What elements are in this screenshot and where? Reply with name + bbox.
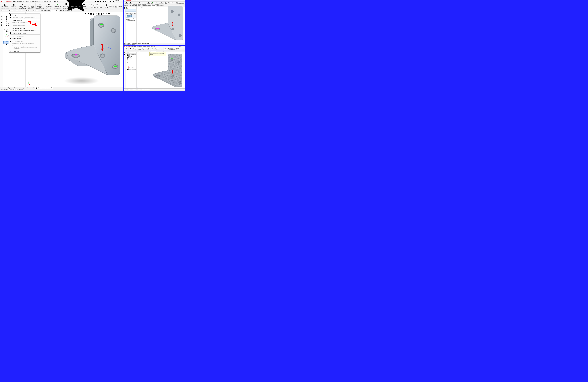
ribbon-external-loads-advisor[interactable]: Консультант по внешним нагрузкам <box>27 3 36 9</box>
options-icon[interactable] <box>113 0 114 2</box>
svg-line-73 <box>138 41 140 42</box>
tab-nav[interactable]: ⏮◀▶⏭ <box>0 87 7 89</box>
ctx-show-all-ctrl: Отобразить все обозначения элементов упр… <box>9 46 40 49</box>
tab-addins[interactable]: Добавления SOLIDWORKS <box>32 10 51 12</box>
ribbon-study-advisor[interactable]: Консультант исследования <box>0 3 9 9</box>
ribbon-report-col: Отчет ✓Включить изображение в отчет <box>105 3 123 9</box>
ribbon-results-advisor[interactable]: Консультант по результатам <box>62 3 71 9</box>
svg-point-80 <box>171 75 174 78</box>
mini-tree[interactable]: ▾Деталь1 (По умолчанию<<По умол History … <box>126 52 137 88</box>
pm-mesh-params: ☐ Параметры сетки <box>126 15 136 16</box>
bottom-tab-animation[interactable]: Анимация1 <box>26 87 35 89</box>
titlebar: VSSOLIDWORKS Файл Правка Вид Вставка Инс… <box>0 0 123 2</box>
menu-window[interactable]: Окно <box>49 0 52 2</box>
monitor-icon[interactable] <box>0 24 2 26</box>
menu-tools[interactable]: Инструменты <box>32 0 41 2</box>
mini-window-meshed: VSSOLIDWORKS ФайлПравкаВидВставкаИнструм… <box>124 46 185 91</box>
mesh-reset-button[interactable]: Сброс <box>126 14 136 15</box>
menu-insert[interactable]: Вставка <box>26 0 31 2</box>
mesh-context-menu[interactable]: Консультант... Упростить модель для созд… <box>9 14 40 53</box>
mesh-property-manager[interactable]: Сетка Плотность сетки ГрубоеВысокое Сбро… <box>126 6 137 43</box>
menu-simulation[interactable]: Simulation <box>42 0 48 2</box>
ctx-show-mesh: Отобразить сетку <box>9 40 40 42</box>
rebuild-icon[interactable] <box>110 0 112 2</box>
ribbon-include-image[interactable]: ✓Включить изображение в отчет <box>105 6 122 8</box>
bottom-tab-static[interactable]: Статический анализ 1 <box>35 87 53 89</box>
pm-advanced: ☐ Дополнительно <box>126 16 136 17</box>
orientation-triad[interactable]: Y X Z <box>27 81 31 86</box>
svg-point-40 <box>111 29 115 32</box>
svg-rect-50 <box>102 45 103 49</box>
menu-file[interactable]: Файл <box>13 0 16 2</box>
svg-rect-46 <box>120 51 120 52</box>
ribbon-fixtures-advisor[interactable]: Консультант по креплениям <box>18 3 27 9</box>
main-window: VSSOLIDWORKS Файл Правка Вид Вставка Инс… <box>0 0 123 91</box>
save-icon[interactable] <box>100 0 101 2</box>
bottom-tab-3dviews[interactable]: Трехмерные виды <box>13 87 26 89</box>
study-tabs[interactable]: ⏮◀▶⏭ Модель Трехмерные виды Анимация1 Ст… <box>0 87 123 89</box>
svg-line-85 <box>138 87 140 87</box>
print-icon[interactable] <box>102 0 104 2</box>
menu-view[interactable]: Вид <box>23 0 25 2</box>
ctx-hide-all-ctrl: Скрыть все обозначения элементов управле… <box>9 42 40 46</box>
svg-point-36 <box>64 77 99 85</box>
ctx-list-selected[interactable]: Список выбранных <box>9 35 40 37</box>
simulation-ribbon: Консультант исследования Применить матер… <box>0 2 123 10</box>
mini-viewport-1[interactable]: ▸ Деталь1 (По умолчани... <box>137 6 185 43</box>
ribbon-compare-results[interactable]: Сравнить результаты <box>80 3 88 9</box>
ribbon-run-study[interactable]: Запустить это исследование <box>53 3 62 9</box>
solidworks-logo: VSSOLIDWORKS <box>1 0 12 2</box>
cursor-icon[interactable] <box>107 0 109 2</box>
mini-viewport-2[interactable]: Имя модели:Деталь1 Название исследования… <box>137 52 185 88</box>
menu-edit[interactable]: Правка <box>17 0 22 2</box>
svg-line-86 <box>137 87 138 87</box>
menu-help[interactable]: Справка <box>53 0 58 2</box>
ctx-simplify[interactable]: Упростить модель для создания сетки <box>9 17 40 19</box>
cancel-icon[interactable] <box>127 8 128 9</box>
svg-rect-82 <box>172 71 173 72</box>
svg-point-79 <box>177 61 180 64</box>
ribbon-connections-advisor[interactable]: Консультант по соединениям <box>36 3 44 9</box>
svg-line-60 <box>27 84 28 85</box>
ribbon-shell-manager[interactable]: Менеджер оболочки <box>44 3 53 9</box>
left-toolbar <box>0 12 3 87</box>
mesh-density-slider[interactable]: ГрубоеВысокое <box>126 13 136 14</box>
undo-icon[interactable] <box>105 0 106 2</box>
flyout-fm-header[interactable]: ▸ Деталь1 (По умолчани... <box>137 7 146 8</box>
callout-arrow-icon <box>27 21 37 27</box>
new-icon[interactable] <box>95 0 96 2</box>
ctx-details[interactable]: Подробные сведения... <box>9 27 40 29</box>
tree-toggle-icon[interactable] <box>0 13 2 15</box>
tab-dimxpert[interactable]: DimXpert <box>25 10 32 12</box>
pm-title: Сетка <box>126 9 136 10</box>
filter-icon[interactable] <box>0 16 2 18</box>
svg-text:Z: Z <box>27 85 27 85</box>
ctx-apply-control[interactable]: Применить элемент управления сеткой... <box>9 29 40 32</box>
pin-icon[interactable] <box>128 8 130 9</box>
fm-tab-tree-icon[interactable] <box>4 13 5 15</box>
ctx-advisor[interactable]: Консультант... <box>9 14 40 16</box>
ok-icon[interactable] <box>126 8 127 9</box>
mini-window-mesh-pm: VSSOLIDWORKS ФайлПравкаВидВставкаИнструм… <box>124 0 185 45</box>
main-menu[interactable]: Файл Правка Вид Вставка Инструменты Simu… <box>13 0 58 2</box>
opt-run-solve[interactable]: ☐ Запуск (решение) анализа <box>126 20 136 21</box>
tab-sketch[interactable]: Эскиз <box>8 10 14 12</box>
tab-features[interactable]: Элементы <box>0 10 8 12</box>
ribbon-insight-col: Design Insight Инструменты эпюры <box>88 3 105 9</box>
tab-simulation[interactable]: Simulation <box>51 10 59 12</box>
ctx-create-plot[interactable]: Создать эпюру сетки... <box>9 32 40 34</box>
ribbon-deformed-result: Деформированный результат <box>71 3 80 9</box>
ctx-copy[interactable]: Копировать <box>9 50 40 52</box>
svg-rect-45 <box>120 27 120 28</box>
tab-evaluate[interactable]: Анализировать <box>14 10 25 12</box>
ctx-probe[interactable]: Зондирование <box>9 37 40 40</box>
open-icon[interactable] <box>97 0 99 2</box>
cube-icon[interactable] <box>0 19 2 21</box>
svg-point-67 <box>178 14 180 16</box>
section-icon[interactable] <box>0 21 2 23</box>
fm-tab-prop-icon[interactable] <box>6 13 8 15</box>
bottom-tab-model[interactable]: Модель <box>7 87 13 89</box>
opt-save-no-mesh[interactable]: ☐ Сохранить настройки без создания сетки <box>126 18 136 20</box>
ribbon-apply-material[interactable]: Применить материал <box>9 3 18 9</box>
svg-marker-62 <box>27 21 37 26</box>
